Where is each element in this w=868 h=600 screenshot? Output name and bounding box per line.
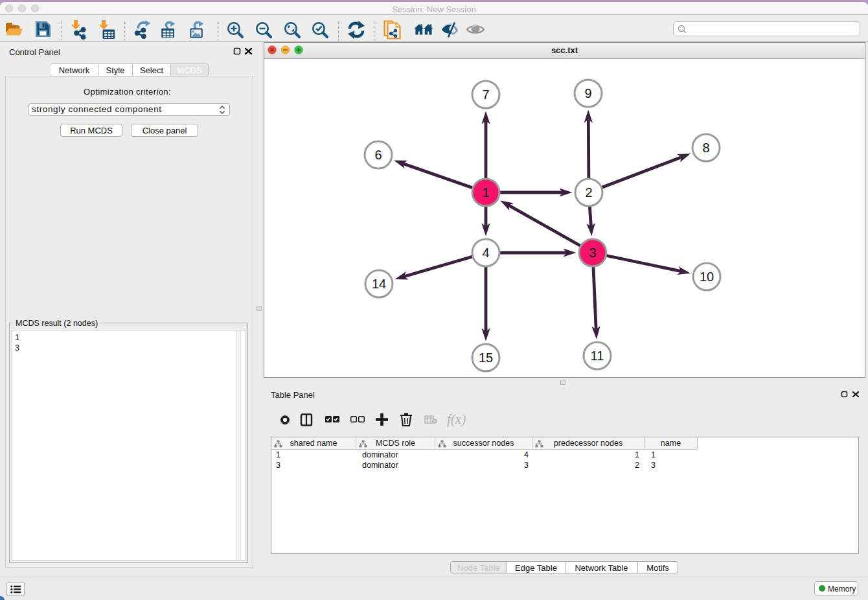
svg-text:2: 2 [585,185,592,200]
svg-text:1: 1 [482,185,489,200]
svg-text:7: 7 [482,87,489,102]
svg-text:15: 15 [479,351,493,365]
svg-text:11: 11 [591,349,604,363]
svg-text:6: 6 [374,148,382,162]
svg-text:10: 10 [700,270,714,284]
svg-text:3: 3 [589,246,596,260]
svg-text:8: 8 [702,141,709,155]
svg-text:9: 9 [584,86,591,100]
svg-text:14: 14 [372,277,386,291]
svg-text:4: 4 [482,246,489,260]
